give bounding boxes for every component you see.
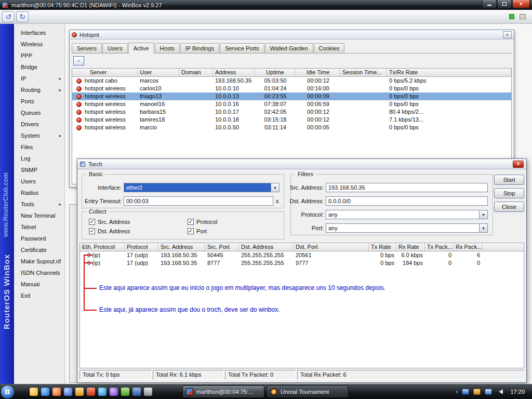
interface-dropdown[interactable]: ether2 ▼: [124, 183, 280, 192]
table-row[interactable]: hotspot wireless carlos10 10.0.0.10 01:0…: [72, 85, 511, 92]
checkbox-checked-icon[interactable]: ✓: [89, 219, 95, 225]
checkbox-checked-icon[interactable]: ✓: [188, 219, 194, 225]
minimize-button[interactable]: [482, 0, 497, 8]
column-header-address[interactable]: Address: [213, 69, 255, 76]
table-row[interactable]: 0 (ip) 17 (udp) 193.168.50.35 50445 255.…: [80, 251, 524, 259]
port-dropdown[interactable]: any ▼: [326, 223, 488, 233]
src-address-checkbox-row[interactable]: ✓ Src. Address: [89, 218, 130, 225]
taskbar-clock[interactable]: 17:20: [507, 389, 528, 395]
column-header-tx-rx-rate[interactable]: Tx/Rx Rate: [387, 69, 511, 76]
column-header-protocol[interactable]: Protocol: [125, 243, 158, 251]
sidebar-item-certificate[interactable]: Certificate: [14, 244, 65, 256]
tab-walled-garden[interactable]: Walled Garden: [265, 43, 313, 53]
protocol-checkbox-row[interactable]: ✓ Protocol: [188, 218, 217, 225]
table-row[interactable]: hotspot wireless tamires18 10.0.0.18 03:…: [72, 116, 511, 124]
sidebar-item-wireless[interactable]: Wireless: [14, 38, 65, 50]
sidebar-item-bridge[interactable]: Bridge: [14, 61, 65, 73]
maximize-button[interactable]: [497, 0, 512, 8]
checkbox-checked-icon[interactable]: ✓: [188, 228, 194, 234]
port-checkbox-row[interactable]: ✓ Port: [188, 228, 207, 235]
table-row[interactable]: hotspot cabo marcos 193.168.50.35 05:03:…: [72, 77, 511, 85]
protocol-dropdown[interactable]: any ▼: [326, 210, 488, 219]
hotspot-window-titlebar[interactable]: Hotspot ×: [70, 30, 514, 39]
sidebar-item-ports[interactable]: Ports: [14, 96, 65, 107]
taskbar-button-winbox[interactable]: marlthon@00:04:75:...: [182, 385, 264, 398]
entry-timeout-input[interactable]: 00:00:03: [124, 196, 273, 206]
sidebar-item-radius[interactable]: Radius: [14, 187, 65, 198]
remove-button[interactable]: −: [73, 56, 84, 65]
close-torch-button[interactable]: Close: [494, 202, 524, 212]
hotspot-close-button[interactable]: ×: [503, 31, 512, 38]
sidebar-item-snmp[interactable]: SNMP: [14, 164, 65, 176]
tray-security-icon[interactable]: [473, 389, 481, 395]
tab-servers[interactable]: Servers: [72, 43, 102, 53]
column-header-dst-port[interactable]: Dst. Port: [294, 243, 369, 251]
column-header-session-time[interactable]: Session Time...: [340, 69, 387, 76]
column-header-tx-rate[interactable]: Tx Rate: [369, 243, 396, 251]
column-header-server[interactable]: Server: [72, 69, 138, 76]
quick-launch-icon[interactable]: [41, 388, 49, 396]
tray-expand-icon[interactable]: ‹: [456, 389, 458, 395]
tab-service-ports[interactable]: Service Ports: [220, 43, 264, 53]
tray-volume-icon[interactable]: [496, 389, 503, 394]
tray-display-icon[interactable]: [462, 389, 469, 395]
quick-launch-icon[interactable]: [132, 388, 141, 396]
sidebar-item-ppp[interactable]: PPP: [14, 50, 65, 61]
column-header-rx-packets[interactable]: Rx Pack...: [454, 243, 482, 251]
sidebar-item-drivers[interactable]: Drivers: [14, 118, 65, 130]
redo-button[interactable]: ↻: [16, 11, 29, 22]
table-row[interactable]: hotspot wireless barbara15 10.0.0.17 02:…: [72, 108, 511, 116]
quick-launch-icon[interactable]: [98, 388, 107, 396]
sidebar-item-system[interactable]: System▸: [14, 130, 65, 141]
table-row[interactable]: 0 (ip) 17 (udp) 193.168.50.35 8777 255.2…: [80, 259, 524, 267]
start-button[interactable]: [1, 385, 15, 399]
table-row-selected[interactable]: hotspot wireless thiago13 10.0.0.13 00:2…: [72, 92, 511, 100]
tab-users[interactable]: Users: [102, 43, 128, 53]
sidebar-item-log[interactable]: Log: [14, 153, 65, 164]
sidebar-item-queues[interactable]: Queues: [14, 107, 65, 118]
quick-launch-icon[interactable]: [30, 388, 38, 396]
column-header-src-address[interactable]: Src. Address: [158, 243, 205, 251]
quick-launch-icon[interactable]: [110, 388, 118, 396]
torch-close-button[interactable]: ×: [513, 161, 524, 168]
sidebar-item-users[interactable]: Users: [14, 176, 65, 187]
sidebar-item-new-terminal[interactable]: New Terminal: [14, 210, 65, 221]
tray-network-icon[interactable]: [485, 389, 492, 395]
sidebar-item-exit[interactable]: Exit: [14, 290, 65, 301]
dropdown-arrow-button[interactable]: ▼: [271, 183, 279, 192]
column-header-src-port[interactable]: Src. Port: [205, 243, 239, 251]
table-row[interactable]: hotspot wireless manoel16 10.0.0.16 07:3…: [72, 100, 511, 108]
quick-launch-icon[interactable]: [121, 388, 129, 396]
start-button[interactable]: Start: [494, 175, 524, 185]
dropdown-arrow-button[interactable]: ▼: [479, 210, 487, 219]
dropdown-arrow-button[interactable]: ▼: [479, 224, 487, 232]
undo-button[interactable]: ↺: [2, 11, 15, 22]
stop-button[interactable]: Stop: [494, 188, 524, 198]
dst-address-checkbox-row[interactable]: ✓ Dst. Address: [89, 228, 130, 235]
sidebar-item-tools[interactable]: Tools▸: [14, 198, 65, 210]
sidebar-item-telnet[interactable]: Telnet: [14, 221, 65, 233]
tab-cookies[interactable]: Cookies: [314, 43, 345, 53]
table-row[interactable]: hotspot wireless marcio 10.0.0.50 03:11:…: [72, 124, 511, 131]
column-header-domain[interactable]: Domain: [179, 69, 213, 76]
sidebar-item-manual[interactable]: Manual: [14, 278, 65, 290]
sidebar-item-routing[interactable]: Routing▸: [14, 84, 65, 96]
tab-hosts[interactable]: Hosts: [155, 43, 180, 53]
column-header-tx-packets[interactable]: Tx Pack...: [425, 243, 454, 251]
tab-ip-bindings[interactable]: IP Bindings: [180, 43, 219, 53]
sidebar-item-make-supout[interactable]: Make Supout.rif: [14, 256, 65, 267]
torch-window-titlebar[interactable]: Torch ×: [77, 159, 526, 169]
sidebar-item-password[interactable]: Password: [14, 233, 65, 244]
column-header-uptime[interactable]: Uptime: [255, 69, 296, 76]
quick-launch-icon[interactable]: [64, 388, 72, 396]
dst-address-input[interactable]: 0.0.0.0/0: [326, 196, 488, 206]
window-titlebar[interactable]: marlthon@00:04:75:90:4C:D1 (NDAWIFI) - W…: [0, 0, 532, 10]
sidebar-item-ip[interactable]: IP▸: [14, 73, 65, 84]
quick-launch-icon[interactable]: [75, 388, 84, 396]
column-header-user[interactable]: User: [138, 69, 179, 76]
taskbar-button-unreal-tournament[interactable]: Unreal Tournament: [267, 385, 349, 398]
src-address-input[interactable]: 193.168.50.35: [326, 183, 488, 192]
column-header-rx-rate[interactable]: Rx Rate: [396, 243, 425, 251]
tab-active[interactable]: Active: [128, 43, 154, 54]
checkbox-checked-icon[interactable]: ✓: [89, 228, 95, 234]
